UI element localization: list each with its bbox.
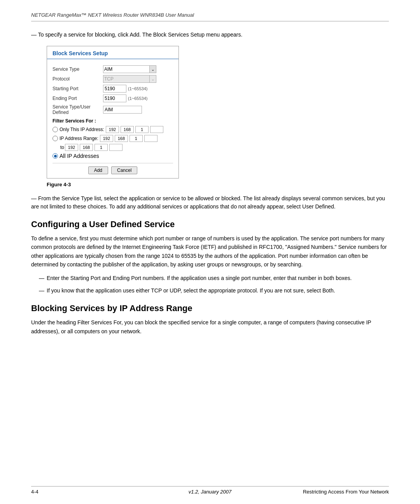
ip-range-label: IP Address Range: [60,136,98,141]
service-type-select-wrapper[interactable]: ⌄ [103,65,156,73]
section1-heading: Configuring a User Defined Service [31,219,389,229]
ending-port-label: Ending Port [52,96,103,101]
range-from-octet2[interactable] [115,135,128,142]
starting-port-row: Starting Port (1~65534) [52,85,173,93]
starting-port-input[interactable] [103,85,126,93]
bullet-item-2: — If you know that the application uses … [31,286,389,295]
service-type-user-label: Service Type/User Defined [52,104,103,115]
range-to-octet1[interactable] [65,144,78,151]
dialog-title: Block Services Setup [47,46,178,59]
service-type-input[interactable] [103,65,150,73]
button-row: Add Cancel [52,163,173,174]
starting-port-label: Starting Port [52,86,103,91]
only-ip-octet1[interactable] [106,126,119,133]
intro-paragraph: — To specify a service for blocking, cli… [31,31,389,39]
service-type-row: Service Type ⌄ [52,65,173,73]
ip-range-row: IP Address Range: [52,135,173,142]
figure-note: —From the Service Type list, select the … [31,194,389,211]
protocol-row: Protocol ⌄ [52,75,173,83]
range-to-octet2[interactable] [80,144,93,151]
ip-range-radio[interactable] [52,136,58,141]
ending-port-hint: (1~65534) [128,96,147,101]
service-type-user-input[interactable] [103,106,142,114]
page-footer: 4-4 v1.2, January 2007 Restricting Acces… [31,486,389,495]
service-type-dropdown-arrow[interactable]: ⌄ [149,65,156,73]
ending-port-row: Ending Port (1~65534) [52,94,173,102]
range-from-octet4[interactable] [144,135,158,142]
ip-range-to-row: to [52,144,173,151]
only-ip-octet3[interactable] [135,126,149,133]
only-ip-octet4[interactable] [150,126,163,133]
bullet-2-text: If you know that the application uses ei… [47,286,335,295]
all-ip-radio[interactable] [52,153,58,159]
protocol-input[interactable] [103,75,150,83]
add-button[interactable]: Add [88,166,108,174]
header-title: NETGEAR RangeMax™ NEXT Wireless Router W… [31,12,194,18]
protocol-select-wrapper[interactable]: ⌄ [103,75,156,83]
service-type-user-row: Service Type/User Defined [52,104,173,115]
figure-caption: Figure 4-3 [47,182,389,187]
range-to-octet3[interactable] [94,144,108,151]
ip-range-from-inputs [100,135,158,142]
starting-port-hint: (1~65534) [128,86,147,91]
range-from-octet1[interactable] [100,135,113,142]
bullet-item-1: — Enter the Starting Port and Ending Por… [31,274,389,282]
page: NETGEAR RangeMax™ NEXT Wireless Router W… [0,0,420,504]
filter-section: Filter Services For : Only This IP Addre… [52,118,173,159]
ending-port-input[interactable] [103,94,126,102]
footer-chapter-title: Restricting Access From Your Network [303,489,389,495]
all-ip-label: All IP Addresses [60,153,99,159]
radio-dot [54,155,57,158]
service-type-label: Service Type [52,66,103,72]
protocol-label: Protocol [52,76,103,82]
section2-heading: Blocking Services by IP Address Range [31,303,389,313]
block-services-dialog: Block Services Setup Service Type ⌄ Prot… [47,46,179,178]
footer-page-number: 4-4 [31,489,38,495]
section1-body: To define a service, first you must dete… [31,234,389,269]
all-ip-row: All IP Addresses [52,153,173,159]
protocol-dropdown-arrow: ⌄ [149,75,156,83]
range-to-octet4[interactable] [109,144,122,151]
page-header: NETGEAR RangeMax™ NEXT Wireless Router W… [31,12,389,21]
footer-version: v1.2, January 2007 [189,489,232,495]
only-this-ip-label: Only This IP Address: [60,127,104,132]
cancel-button[interactable]: Cancel [111,166,137,174]
bullet-1-text: Enter the Starting Port and Ending Port … [47,274,352,282]
ip-range-to-inputs [65,144,122,151]
filter-heading: Filter Services For : [52,118,173,124]
figure-note-text: From the Service Type list, select the a… [31,195,385,210]
ip-to-label: to [53,145,64,150]
only-this-ip-inputs [106,126,163,133]
range-from-octet3[interactable] [130,135,143,142]
intro-text: — To specify a service for blocking, cli… [31,32,242,38]
only-ip-octet2[interactable] [121,126,134,133]
ip-range-section: IP Address Range: to [52,135,173,151]
only-this-ip-radio[interactable] [52,127,58,132]
only-this-ip-row: Only This IP Address: [52,126,173,133]
section2-body: Under the heading Filter Services For, y… [31,318,389,336]
dialog-body: Service Type ⌄ Protocol ⌄ Starting Port … [47,63,178,178]
